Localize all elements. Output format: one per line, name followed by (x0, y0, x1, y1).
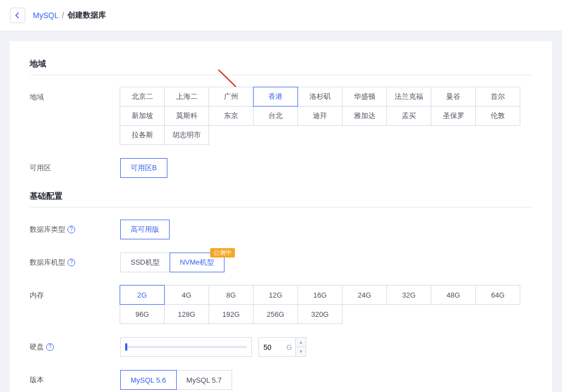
memory-option[interactable]: 4G (164, 285, 209, 305)
disk-step-up[interactable]: ▲ (296, 338, 306, 347)
memory-option[interactable]: 192G (209, 304, 254, 324)
region-option[interactable]: 孟买 (386, 106, 431, 126)
memory-option[interactable]: 48G (431, 285, 476, 305)
memory-option[interactable]: 128G (164, 304, 209, 324)
region-option[interactable]: 上海二 (164, 87, 209, 107)
help-icon[interactable]: ? (68, 226, 75, 233)
memory-option[interactable]: 256G (253, 304, 298, 324)
help-icon[interactable]: ? (46, 343, 54, 351)
section-region-title: 地域 (30, 59, 532, 75)
memory-option[interactable]: 320G (297, 304, 342, 324)
breadcrumb-parent[interactable]: MySQL (33, 11, 59, 20)
breadcrumb: MySQL / 创建数据库 (33, 10, 106, 20)
region-option[interactable]: 曼谷 (431, 87, 476, 107)
back-button[interactable] (10, 8, 25, 23)
disk-slider[interactable] (120, 337, 252, 357)
breadcrumb-separator: / (62, 11, 64, 20)
memory-option[interactable]: 32G (386, 285, 431, 305)
section-basic-title: 基础配置 (30, 191, 532, 208)
form-card: 地域 地域 北京二上海二广州香港洛杉矶华盛顿法兰克福曼谷首尔新加坡莫斯科东京台北… (10, 41, 552, 392)
label-db-model: 数据库机型 ? (30, 253, 120, 267)
db-model-option[interactable]: SSD机型 (120, 253, 170, 272)
db-model-option[interactable]: NVMe机型公测中 (170, 253, 224, 272)
label-zone: 可用区 (30, 158, 120, 173)
region-option[interactable]: 圣保罗 (431, 106, 476, 126)
version-option[interactable]: MySQL 5.6 (120, 370, 177, 390)
label-memory: 内存 (30, 285, 120, 300)
chevron-left-icon (15, 12, 20, 19)
region-option[interactable]: 新加坡 (120, 106, 165, 126)
memory-option[interactable]: 96G (120, 304, 165, 324)
version-option[interactable]: MySQL 5.7 (176, 370, 233, 390)
label-region: 地域 (30, 87, 120, 102)
region-option[interactable]: 华盛顿 (342, 87, 387, 107)
breadcrumb-current: 创建数据库 (68, 10, 106, 20)
region-option[interactable]: 洛杉矶 (297, 87, 342, 107)
region-option[interactable]: 迪拜 (297, 106, 342, 126)
db-type-option[interactable]: 高可用版 (120, 220, 170, 239)
memory-option[interactable]: 16G (297, 285, 342, 305)
label-disk: 硬盘 ? (30, 337, 120, 352)
memory-option[interactable]: 2G (120, 285, 165, 305)
disk-value-input[interactable] (259, 338, 283, 356)
region-option[interactable]: 法兰克福 (386, 87, 431, 107)
label-db-type: 数据库类型 ? (30, 220, 120, 234)
zone-option[interactable]: 可用区B (120, 158, 167, 178)
region-option[interactable]: 首尔 (475, 87, 520, 107)
region-option[interactable]: 北京二 (120, 87, 165, 107)
memory-option[interactable]: 24G (342, 285, 387, 305)
memory-option[interactable]: 64G (475, 285, 520, 305)
region-option[interactable]: 香港 (253, 87, 298, 107)
disk-step-down[interactable]: ▼ (296, 347, 306, 356)
region-option[interactable]: 拉各斯 (120, 125, 165, 145)
memory-option[interactable]: 8G (209, 285, 254, 305)
help-icon[interactable]: ? (68, 259, 75, 266)
page-header: MySQL / 创建数据库 (0, 0, 562, 31)
region-option[interactable]: 雅加达 (342, 106, 387, 126)
disk-input-wrap: G ▲ ▼ (258, 337, 306, 357)
disk-unit: G (283, 343, 295, 351)
region-option[interactable]: 广州 (209, 87, 254, 107)
region-option[interactable]: 伦敦 (475, 106, 520, 126)
region-option[interactable]: 胡志明市 (164, 125, 209, 145)
label-version: 版本 (30, 370, 120, 385)
region-option[interactable]: 莫斯科 (164, 106, 209, 126)
memory-option[interactable]: 12G (253, 285, 298, 305)
region-option[interactable]: 东京 (209, 106, 254, 126)
beta-badge: 公测中 (210, 248, 235, 257)
region-option[interactable]: 台北 (253, 106, 298, 126)
